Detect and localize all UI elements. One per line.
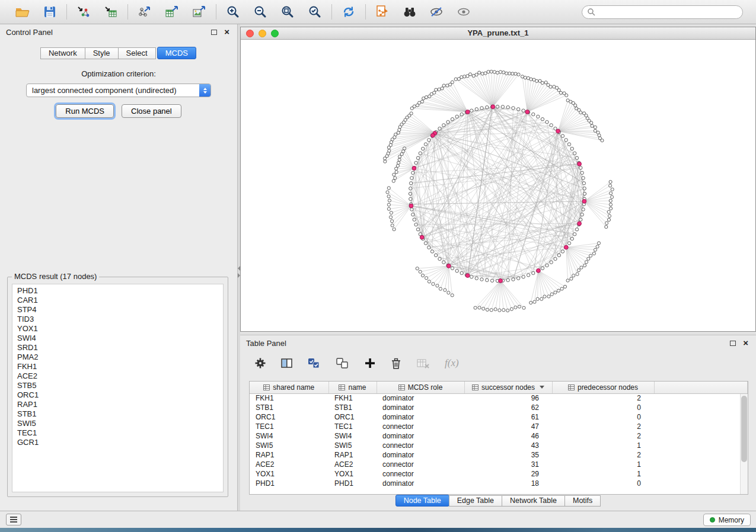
table-cell[interactable]: SWI5 (250, 441, 328, 450)
search-input[interactable] (599, 8, 738, 16)
table-cell[interactable]: 1 (552, 469, 654, 479)
table-cell[interactable]: ACE2 (328, 460, 377, 469)
column-header-name[interactable]: name (328, 382, 377, 393)
table-cell[interactable]: YOX1 (328, 469, 377, 479)
network-titlebar[interactable]: YPA_prune.txt_1 (241, 27, 755, 40)
mcds-result-list[interactable]: PHD1CAR1STP4TID3YOX1SWI4SRD1PMA2FKH1ACE2… (12, 284, 224, 492)
minimize-window-button[interactable] (259, 30, 266, 37)
import-table-button[interactable] (103, 4, 119, 20)
table-row[interactable]: ACE2ACE2connector311 (250, 460, 748, 469)
mcds-node-item[interactable]: ORC1 (12, 390, 223, 400)
zoom-out-button[interactable] (252, 4, 269, 20)
mcds-node-item[interactable]: SWI4 (12, 334, 223, 343)
import-network-button[interactable] (75, 4, 92, 20)
table-cell[interactable]: RAP1 (328, 450, 377, 460)
network-graph[interactable] (241, 40, 755, 331)
select-all-rows-button[interactable] (307, 357, 321, 369)
table-settings-button[interactable] (254, 357, 266, 369)
delete-table-button[interactable] (416, 357, 430, 369)
search-binoculars-button[interactable] (401, 4, 418, 20)
table-cell[interactable]: 2 (552, 393, 654, 403)
function-builder-button[interactable]: f(x) (445, 357, 459, 369)
table-cell[interactable]: 2 (552, 450, 654, 460)
table-cell[interactable]: 61 (464, 412, 552, 422)
table-cell[interactable]: PHD1 (250, 479, 328, 488)
column-header-successor-nodes[interactable]: successor nodes (464, 382, 552, 393)
tab-network-table[interactable]: Network Table (502, 495, 565, 507)
table-cell[interactable]: 31 (464, 460, 552, 469)
tab-motifs[interactable]: Motifs (564, 495, 601, 507)
zoom-selected-button[interactable] (307, 4, 323, 20)
show-graphics-details-button[interactable] (456, 4, 473, 20)
tab-style[interactable]: Style (85, 47, 119, 59)
table-cell[interactable]: ORC1 (250, 412, 328, 422)
close-window-button[interactable] (246, 30, 254, 37)
mcds-node-item[interactable]: STB1 (12, 409, 223, 419)
table-cell[interactable]: PHD1 (328, 479, 377, 488)
table-cell[interactable]: connector (377, 422, 464, 431)
table-cell[interactable]: TEC1 (250, 422, 328, 431)
clone-network-button[interactable] (374, 4, 391, 20)
table-cell[interactable]: dominator (377, 403, 464, 412)
mcds-node-item[interactable]: SWI5 (12, 419, 223, 428)
table-row[interactable]: PHD1PHD1dominator180 (250, 479, 748, 488)
zoom-window-button[interactable] (271, 30, 279, 37)
tab-edge-table[interactable]: Edge Table (449, 495, 502, 507)
table-cell[interactable]: STB1 (328, 403, 377, 412)
table-row[interactable]: YOX1YOX1connector291 (250, 469, 748, 479)
column-header-shared-name[interactable]: shared name (250, 382, 328, 393)
tab-mcds[interactable]: MCDS (157, 47, 196, 59)
open-folder-button[interactable] (14, 4, 31, 20)
table-cell[interactable]: connector (377, 469, 464, 479)
mcds-node-item[interactable]: PMA2 (12, 352, 223, 362)
table-cell[interactable]: SWI4 (328, 431, 377, 441)
table-cell[interactable]: 46 (464, 431, 552, 441)
table-cell[interactable]: FKH1 (250, 393, 328, 403)
mcds-node-item[interactable]: GCR1 (12, 438, 223, 447)
table-cell[interactable]: SWI5 (328, 441, 377, 450)
table-cell[interactable]: ACE2 (250, 460, 328, 469)
table-cell[interactable]: dominator (377, 479, 464, 488)
export-network-button[interactable] (136, 4, 153, 20)
table-cell[interactable]: dominator (377, 393, 464, 403)
mcds-node-item[interactable]: CAR1 (12, 296, 223, 305)
table-cell[interactable]: ORC1 (328, 412, 377, 422)
table-cell[interactable]: TEC1 (328, 422, 377, 431)
table-cell[interactable]: 29 (464, 469, 552, 479)
table-cell[interactable]: FKH1 (328, 393, 377, 403)
mcds-node-item[interactable]: TEC1 (12, 428, 223, 438)
table-cell[interactable]: connector (377, 460, 464, 469)
table-cell[interactable]: RAP1 (250, 450, 328, 460)
table-cell[interactable]: 2 (552, 422, 654, 431)
table-cell[interactable]: dominator (377, 431, 464, 441)
criterion-dropdown[interactable]: largest connected component (undirected) (26, 84, 211, 97)
table-cell[interactable]: 1 (552, 460, 654, 469)
table-row[interactable]: FKH1FKH1dominator962 (250, 393, 748, 403)
float-panel-icon[interactable] (211, 30, 217, 35)
table-cell[interactable]: 0 (552, 412, 654, 422)
mcds-node-item[interactable]: RAP1 (12, 400, 223, 409)
column-header-mcds-role[interactable]: MCDS role (377, 382, 464, 393)
export-table-button[interactable] (164, 4, 180, 20)
zoom-in-button[interactable] (225, 4, 241, 20)
save-session-button[interactable] (42, 4, 58, 20)
unselect-all-rows-button[interactable] (336, 357, 350, 369)
close-table-panel-icon[interactable]: × (743, 338, 748, 348)
table-cell[interactable]: dominator (377, 450, 464, 460)
mcds-node-item[interactable]: FKH1 (12, 362, 223, 371)
close-panel-button[interactable]: Close panel (122, 104, 181, 118)
export-image-button[interactable] (191, 4, 208, 20)
status-menu-button[interactable] (6, 514, 21, 525)
tab-node-table[interactable]: Node Table (395, 495, 449, 507)
table-row[interactable]: SWI4SWI4dominator462 (250, 431, 748, 441)
table-cell[interactable]: 35 (464, 450, 552, 460)
table-row[interactable]: TEC1TEC1connector472 (250, 422, 748, 431)
run-mcds-button[interactable]: Run MCDS (56, 104, 114, 118)
mcds-node-item[interactable]: PHD1 (12, 286, 223, 296)
table-row[interactable]: RAP1RAP1dominator352 (250, 450, 748, 460)
table-cell[interactable]: dominator (377, 412, 464, 422)
zoom-fit-button[interactable] (279, 4, 296, 20)
table-row[interactable]: SWI5SWI5connector431 (250, 441, 748, 450)
hide-graphics-details-button[interactable] (429, 4, 445, 20)
table-cell[interactable]: 0 (552, 479, 654, 488)
